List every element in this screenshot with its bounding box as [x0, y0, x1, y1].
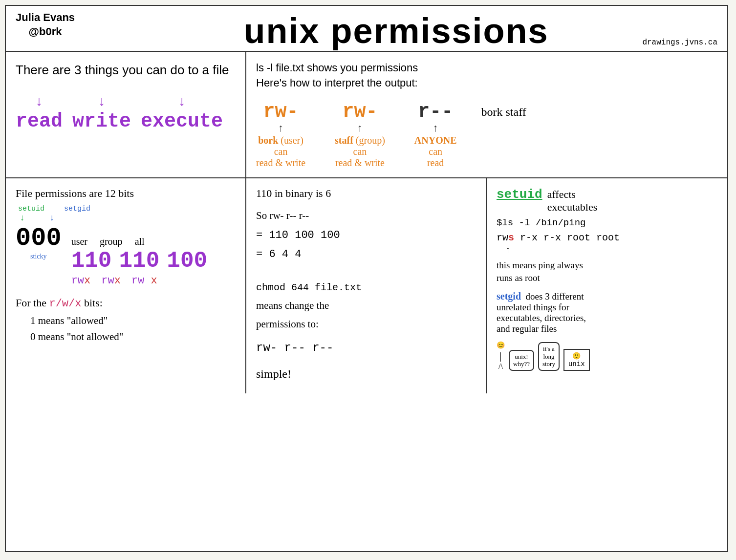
cell-12-bits: File permissions are 12 bits setuid setg… — [6, 178, 246, 393]
execute-word: ↓ execute — [141, 94, 223, 132]
read-label: read — [16, 110, 63, 132]
arrow-up-user: ↑ — [278, 123, 284, 135]
arrow-execute: ↓ — [141, 94, 223, 109]
affects-text: affectsexecutables — [547, 188, 598, 214]
all-bits: 100 — [167, 248, 207, 274]
sticky-label: sticky — [16, 253, 62, 260]
ping-cmd: $ls -l /bin/ping — [497, 217, 717, 228]
perm-code-user: rw- — [263, 101, 299, 123]
ls-heading: ls -l file.txt shows you permissions Her… — [256, 61, 717, 91]
author-handle: @b0rk — [16, 25, 75, 39]
binary-line3: = 6 4 4 — [256, 245, 476, 264]
perm-group: rw- ↑ staff (group)canread & write — [335, 101, 385, 169]
cell-ls-output: ls -l file.txt shows you permissions Her… — [246, 52, 727, 177]
special-bits-number: 000 — [16, 224, 62, 253]
arrow-write: ↓ — [72, 94, 131, 109]
arrow-up-rws: ↑ — [505, 245, 717, 255]
cell-setuid: setuid affectsexecutables $ls -l /bin/pi… — [487, 178, 727, 393]
write-label: write — [72, 110, 131, 132]
perm-code-anyone: r-- — [418, 101, 453, 123]
group-rwx: rwx — [101, 275, 121, 287]
setuid-heading-row: setuid affectsexecutables — [497, 187, 717, 214]
perm-anyone: r-- ↑ ANYONEcanread — [414, 101, 457, 169]
stick-figure: 😊 | /\ — [497, 342, 505, 371]
means-not-allowed: 0 means "not allowed" — [30, 331, 236, 343]
execute-label: execute — [141, 110, 223, 132]
arrow-up-anyone: ↑ — [433, 123, 439, 135]
arrow-read: ↓ — [16, 94, 63, 109]
chmod-desc2: permissions to: — [256, 315, 476, 334]
big-numbers-row: 000 sticky user group all 110 110 100 — [16, 224, 236, 287]
perm-label-user: bork (user)canread & write — [256, 135, 305, 169]
unix-sign: 🙂 unix — [563, 349, 590, 371]
setgid-title: setgid — [497, 291, 521, 302]
cell-binary-chmod: 110 in binary is 6 So rw- r-- r-- = 110 … — [246, 178, 487, 393]
bits-numbers-row: 110 110 100 — [71, 248, 207, 274]
setgid-section: setgid does 3 differentunrelated things … — [497, 291, 717, 334]
main-page: Julia Evans @b0rk unix permissions drawi… — [5, 5, 728, 552]
arrow-up-group: ↑ — [357, 123, 363, 135]
chmod-result: rw- r-- r-- — [256, 337, 476, 358]
bork-staff-suffix: bork staff — [481, 106, 526, 119]
so-line: So rw- r-- r-- — [256, 210, 476, 222]
special-labels: setuid setgid — [16, 205, 236, 213]
bork-staff-label: bork staff — [481, 106, 526, 118]
user-label: user — [71, 236, 87, 247]
rws-line: rws r-x r-x root root — [497, 232, 717, 243]
setuid-title: setuid — [497, 187, 542, 202]
perm-label-anyone: ANYONEcanread — [414, 135, 457, 169]
chmod-command: chmod 644 file.txt — [256, 279, 476, 297]
setgid-small-label: setgid — [64, 205, 90, 213]
all-label: all — [135, 236, 145, 247]
three-things-heading: There are 3 things you can do to a file — [16, 61, 236, 80]
all-rwx: rw x — [131, 275, 157, 287]
binary-line2: = 110 100 100 — [256, 226, 476, 245]
rwx-words-row: ↓ read ↓ write ↓ execute — [16, 94, 236, 132]
user-rwx: rwx — [71, 275, 91, 287]
ping-note: this means ping alwaysruns as root — [497, 259, 717, 285]
arrow-setgid: ↓ — [49, 213, 55, 223]
page-title: unix permissions — [75, 11, 717, 48]
comic-strip: 😊 | /\ unix!why?? it's alongstory 🙂 unix — [497, 342, 717, 371]
speech-bubble-unix: unix!why?? — [509, 350, 534, 371]
means-allowed: 1 means "allowed" — [30, 315, 236, 327]
arrow-setuid: ↓ — [20, 213, 25, 223]
user-bits: 110 — [71, 248, 112, 274]
special-arrows: ↓ ↓ — [16, 213, 236, 223]
author-name: Julia Evans — [16, 11, 75, 25]
group-label: group — [100, 236, 123, 247]
labels-user-group-all: user group all 110 110 100 rwx rwx rw x — [71, 236, 207, 287]
for-bits-text: For the r/w/x bits: — [16, 297, 236, 310]
binary-math: = 110 100 100 = 6 4 4 — [256, 226, 476, 264]
bits-heading: File permissions are 12 bits — [16, 187, 236, 200]
rwx-row: rwx rwx rw x — [71, 275, 207, 287]
header: Julia Evans @b0rk unix permissions drawi… — [6, 6, 727, 52]
setuid-small-label: setuid — [18, 205, 44, 213]
top-row: There are 3 things you can do to a file … — [6, 52, 727, 178]
perm-code-group: rw- — [342, 101, 377, 123]
speech-bubble-story: it's alongstory — [538, 342, 560, 371]
special-bits-group: 000 sticky — [16, 224, 62, 260]
author-block: Julia Evans @b0rk — [16, 11, 75, 39]
labels-row-top: user group all — [71, 236, 207, 247]
perm-user: rw- ↑ bork (user)canread & write — [256, 101, 305, 169]
website-url: drawings.jvns.ca — [642, 38, 717, 47]
chmod-section: chmod 644 file.txt means change the perm… — [256, 279, 476, 385]
read-word: ↓ read — [16, 94, 63, 132]
permissions-area: rw- ↑ bork (user)canread & write rw- ↑ s… — [256, 101, 717, 169]
perm-label-group: staff (group)canread & write — [335, 135, 385, 169]
binary-heading: 110 in binary is 6 — [256, 187, 476, 200]
write-word: ↓ write — [72, 94, 131, 132]
cell-three-things: There are 3 things you can do to a file … — [6, 52, 246, 177]
chmod-desc1: means change the — [256, 297, 476, 315]
bottom-row: File permissions are 12 bits setuid setg… — [6, 178, 727, 393]
group-bits: 110 — [119, 248, 159, 274]
simple-exclaim: simple! — [256, 364, 476, 385]
